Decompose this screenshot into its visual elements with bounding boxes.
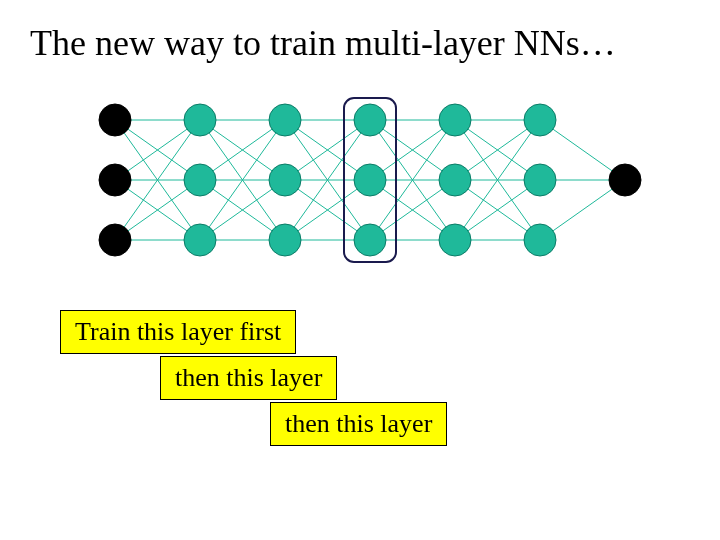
hidden-node [354,104,386,136]
caption-then-1: then this layer [160,356,337,400]
hidden-node [354,224,386,256]
slide: The new way to train multi-layer NNs… Tr… [0,0,720,540]
input-node [99,224,131,256]
caption-then-2: then this layer [270,402,447,446]
hidden-node [439,224,471,256]
hidden-node [439,104,471,136]
input-node [99,104,131,136]
hidden-node [439,164,471,196]
hidden-node [269,224,301,256]
output-node [609,164,641,196]
caption-train-first: Train this layer first [60,310,296,354]
hidden-node [184,164,216,196]
hidden-node [524,224,556,256]
hidden-node [524,164,556,196]
network-diagram [90,90,650,270]
slide-title: The new way to train multi-layer NNs… [30,22,690,64]
hidden-node [269,104,301,136]
hidden-node [184,104,216,136]
hidden-node [184,224,216,256]
input-node [99,164,131,196]
hidden-node [524,104,556,136]
hidden-node [269,164,301,196]
hidden-node [354,164,386,196]
